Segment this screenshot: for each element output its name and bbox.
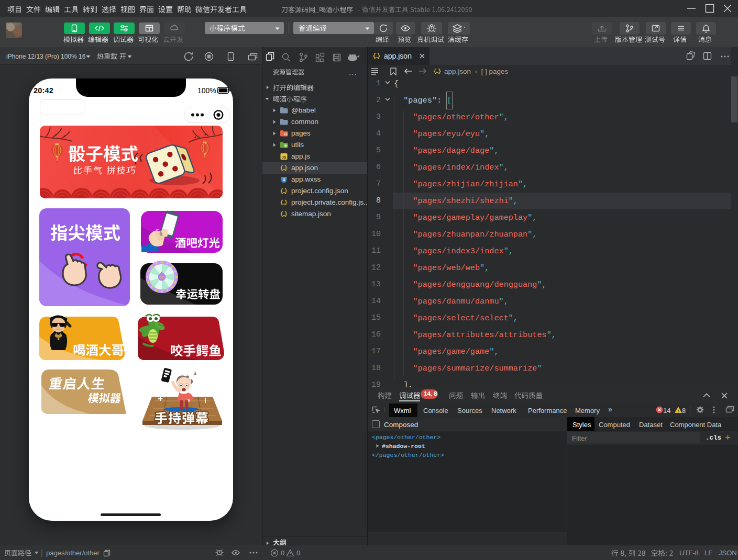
svg-text:!: !: [678, 409, 679, 413]
svg-text:GO: GO: [159, 276, 164, 279]
svg-text:JS: JS: [282, 155, 287, 159]
svg-text:3: 3: [283, 177, 285, 182]
